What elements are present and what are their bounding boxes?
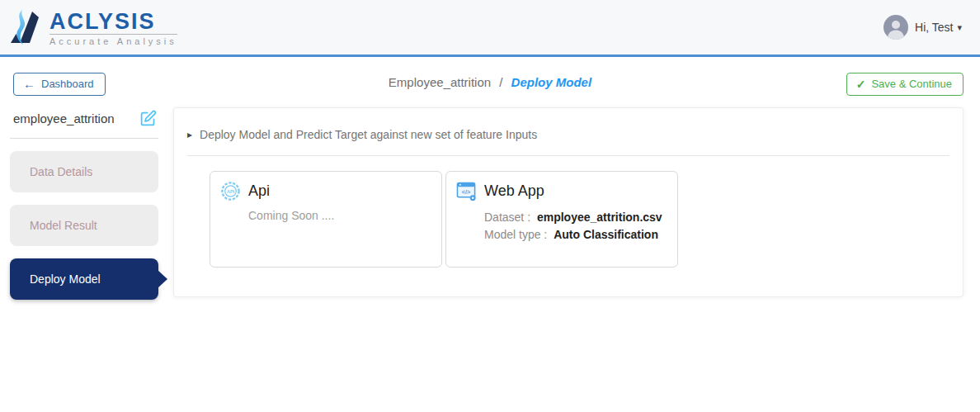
app-header: ACLYSIS Accurate Analysis Hi, Test ▾ — [0, 0, 980, 57]
save-button-label: Save & Continue — [871, 78, 952, 90]
sidebar-item-label: Deploy Model — [30, 272, 101, 286]
svg-text:</>: </> — [462, 188, 470, 196]
section-heading[interactable]: ▸ Deploy Model and Predict Target agains… — [187, 128, 949, 141]
app-logo: ACLYSIS Accurate Analysis — [10, 8, 177, 46]
collapse-triangle-icon: ▸ — [187, 129, 192, 140]
brand-name: ACLYSIS — [49, 11, 177, 33]
brand-tagline: Accurate Analysis — [49, 34, 177, 46]
web-app-card-title: Web App — [484, 182, 544, 200]
project-name: employee_attrition — [13, 111, 115, 125]
dataset-field-label: Dataset : — [484, 211, 530, 224]
svg-text:API: API — [227, 189, 234, 194]
deploy-model-panel: ▸ Deploy Model and Predict Target agains… — [173, 107, 964, 297]
user-menu[interactable]: Hi, Test ▾ — [883, 15, 962, 40]
edit-project-icon[interactable] — [139, 110, 157, 127]
sidebar: employee_attrition Data Details Model Re… — [10, 110, 158, 300]
model-type-field-label: Model type : — [484, 228, 547, 241]
check-icon: ✓ — [856, 78, 866, 90]
project-row: employee_attrition — [10, 110, 158, 139]
breadcrumb-separator: / — [499, 75, 502, 89]
api-card-title: Api — [248, 182, 270, 200]
user-greeting: Hi, Test — [915, 21, 953, 34]
api-card[interactable]: API Api Coming Soon .... — [210, 171, 442, 268]
deploy-options-row: API Api Coming Soon .... </> Web App — [210, 171, 949, 268]
save-continue-button[interactable]: ✓ Save & Continue — [846, 73, 964, 96]
dataset-field-value: employee_attrition.csv — [537, 211, 662, 224]
web-app-card-body: Dataset : employee_attrition.csv Model t… — [484, 209, 667, 244]
breadcrumb-current: Deploy Model — [511, 75, 592, 89]
api-card-body: Coming Soon .... — [248, 209, 431, 222]
sidebar-item-model-result[interactable]: Model Result — [10, 205, 158, 246]
api-card-header: API Api — [220, 181, 431, 201]
api-gear-icon: API — [220, 181, 241, 201]
model-type-field-value: Auto Classification — [554, 228, 658, 241]
web-app-card[interactable]: </> Web App Dataset : employee_attrition… — [445, 171, 678, 268]
section-heading-text: Deploy Model and Predict Target against … — [200, 128, 537, 141]
breadcrumb: Employee_attrition / Deploy Model — [0, 75, 980, 89]
panel-divider — [187, 155, 949, 156]
dataset-field: Dataset : employee_attrition.csv — [484, 209, 667, 226]
sidebar-item-label: Model Result — [30, 219, 97, 232]
sidebar-item-deploy-model[interactable]: Deploy Model — [10, 258, 158, 300]
user-avatar-icon — [883, 15, 908, 40]
sidebar-item-data-details[interactable]: Data Details — [10, 151, 158, 192]
model-type-field: Model type : Auto Classification — [484, 226, 667, 244]
web-app-window-icon: </> — [456, 181, 477, 201]
web-app-card-header: </> Web App — [456, 181, 667, 201]
breadcrumb-parent[interactable]: Employee_attrition — [389, 75, 491, 89]
logo-mark-icon — [10, 8, 46, 46]
chevron-down-icon: ▾ — [957, 22, 962, 33]
sidebar-item-label: Data Details — [30, 165, 92, 178]
